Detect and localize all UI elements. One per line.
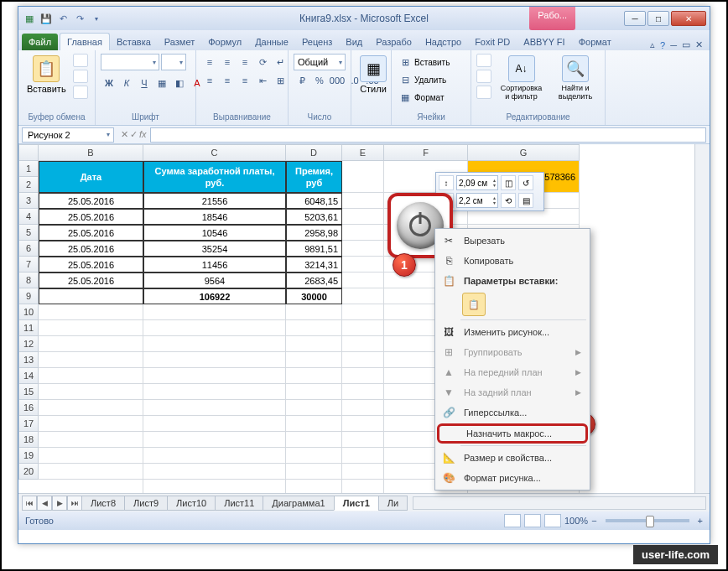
wrap-text-button[interactable]: ↵: [272, 54, 289, 70]
crop-icon[interactable]: ◫: [501, 175, 516, 190]
cell[interactable]: [342, 480, 384, 493]
row-header[interactable]: 5: [18, 225, 39, 241]
paste-option-button[interactable]: 📋: [462, 293, 486, 316]
cell[interactable]: [342, 320, 384, 336]
cell[interactable]: [342, 384, 384, 400]
cell[interactable]: [143, 432, 286, 448]
cell[interactable]: [143, 368, 286, 384]
cell[interactable]: [39, 288, 143, 304]
contextual-tab[interactable]: Рабо...: [529, 7, 575, 30]
cell[interactable]: [342, 273, 384, 288]
cell[interactable]: Премия, руб: [286, 161, 342, 193]
row-header[interactable]: 18: [18, 432, 39, 448]
horizontal-scrollbar[interactable]: [413, 496, 706, 510]
formula-input[interactable]: [150, 127, 706, 143]
cell[interactable]: [286, 336, 342, 352]
cell[interactable]: [39, 304, 143, 320]
tab-dev[interactable]: Разрабо: [369, 34, 419, 50]
undo-icon[interactable]: ↶: [55, 11, 70, 26]
tab-formulas[interactable]: Формул: [201, 34, 248, 50]
doc-minimize-icon[interactable]: ─: [670, 40, 677, 50]
cell[interactable]: [39, 368, 143, 384]
cell[interactable]: [39, 480, 143, 493]
close-button[interactable]: ✕: [671, 11, 706, 26]
tab-layout[interactable]: Размет: [158, 34, 201, 50]
maximize-button[interactable]: □: [647, 11, 669, 26]
row-header[interactable]: 13: [18, 352, 39, 368]
cell[interactable]: [39, 400, 143, 416]
delete-cells-icon[interactable]: ⊟: [397, 71, 413, 88]
cell[interactable]: [39, 320, 143, 336]
cell[interactable]: 9564: [143, 273, 286, 288]
cell[interactable]: [39, 432, 143, 448]
cell[interactable]: [286, 432, 342, 448]
col-header[interactable]: C: [143, 144, 286, 161]
cell[interactable]: [286, 480, 342, 493]
format-cells-icon[interactable]: ▦: [397, 89, 413, 106]
ctx-assign-macro[interactable]: Назначить макрос...: [437, 423, 588, 444]
cell[interactable]: [286, 400, 342, 416]
sheet-tab[interactable]: Лист9: [124, 496, 168, 511]
cancel-fx-icon[interactable]: ✕: [121, 129, 128, 140]
sheet-tab[interactable]: Лист11: [215, 496, 263, 511]
cell[interactable]: 11456: [143, 257, 286, 273]
cell[interactable]: 10546: [143, 225, 286, 241]
cell[interactable]: 25.05.2016: [39, 193, 143, 209]
cell[interactable]: 18546: [143, 209, 286, 225]
width-spinner[interactable]: 2,2 см: [456, 193, 498, 208]
cell[interactable]: 106922: [143, 288, 286, 304]
qat-more-icon[interactable]: ▾: [89, 11, 104, 26]
enter-fx-icon[interactable]: ✓: [130, 129, 138, 140]
tab-view[interactable]: Вид: [339, 34, 369, 50]
cell[interactable]: 25.05.2016: [39, 209, 143, 225]
cell[interactable]: [342, 288, 384, 304]
col-header[interactable]: D: [286, 144, 342, 161]
fx-icon[interactable]: fx: [139, 129, 147, 140]
cut-icon[interactable]: [73, 54, 88, 67]
cell[interactable]: [286, 384, 342, 400]
cell[interactable]: 5203,61: [286, 209, 342, 225]
reset-icon[interactable]: ↺: [518, 175, 533, 190]
cell[interactable]: [143, 416, 286, 432]
sheet-tab-active[interactable]: Лист1: [334, 496, 379, 511]
view-layout-button[interactable]: [524, 514, 541, 527]
format-painter-icon[interactable]: [73, 86, 88, 99]
arrange-icon[interactable]: ▤: [518, 193, 533, 208]
cell[interactable]: 25.05.2016: [39, 225, 143, 241]
cell[interactable]: [342, 225, 384, 241]
percent-button[interactable]: %: [311, 72, 328, 89]
insert-cells-icon[interactable]: ⊞: [397, 54, 413, 70]
cell[interactable]: [39, 464, 143, 480]
zoom-slider[interactable]: [606, 519, 689, 522]
cell[interactable]: Сумма заработной платы, руб.: [143, 161, 286, 193]
row-header[interactable]: 16: [18, 400, 39, 416]
merge-button[interactable]: ⊞: [272, 72, 289, 89]
row-header[interactable]: 2: [18, 177, 39, 193]
underline-button[interactable]: Ч: [136, 75, 153, 91]
col-header[interactable]: B: [39, 144, 143, 161]
cell[interactable]: [342, 432, 384, 448]
cell[interactable]: 25.05.2016: [39, 273, 143, 288]
styles-button[interactable]: ▦Стили: [356, 54, 390, 96]
cell[interactable]: [143, 400, 286, 416]
tab-nav-prev[interactable]: ◀: [37, 496, 52, 511]
height-spinner[interactable]: 2,09 см: [456, 175, 498, 190]
cell[interactable]: [286, 352, 342, 368]
align-bot-button[interactable]: ≡: [237, 54, 253, 70]
name-box[interactable]: Рисунок 2: [22, 127, 114, 143]
redo-icon[interactable]: ↷: [72, 11, 87, 26]
row-header[interactable]: 19: [18, 448, 39, 464]
cell[interactable]: [39, 448, 143, 464]
align-right-button[interactable]: ≡: [237, 72, 253, 89]
cell[interactable]: 30000: [286, 288, 342, 304]
view-normal-button[interactable]: [504, 514, 521, 527]
cell[interactable]: [143, 384, 286, 400]
cell[interactable]: [39, 336, 143, 352]
bold-button[interactable]: Ж: [101, 75, 117, 91]
cell[interactable]: [342, 400, 384, 416]
row-header[interactable]: 9: [18, 288, 39, 304]
tab-nav-first[interactable]: ⏮: [22, 496, 37, 511]
cell[interactable]: 25.05.2016: [39, 241, 143, 257]
cell[interactable]: [342, 161, 384, 193]
tab-data[interactable]: Данные: [248, 34, 295, 50]
